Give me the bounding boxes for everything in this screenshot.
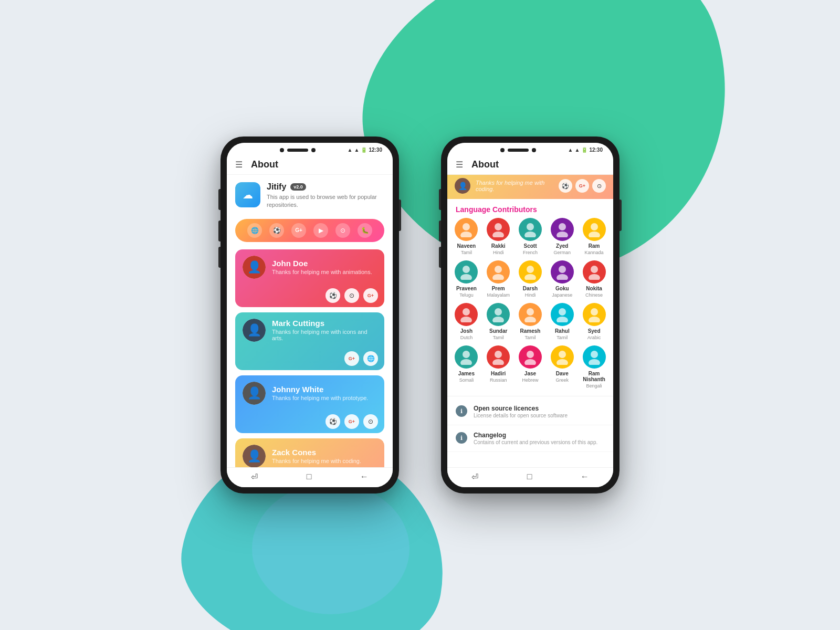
- play-icon[interactable]: ▶: [313, 223, 328, 238]
- lang-prem: Malayalam: [487, 292, 510, 298]
- avatar-john-img: 👤: [243, 256, 266, 279]
- nav-back-btn[interactable]: ⏎: [251, 472, 258, 482]
- github-btn-john[interactable]: ⊙: [344, 288, 359, 303]
- app-bar-right: ☰ About: [447, 155, 613, 175]
- nav-back-btn-r[interactable]: ⏎: [471, 472, 478, 482]
- version-badge: v2.0: [290, 183, 306, 191]
- avatar-james: [455, 345, 478, 369]
- contributor-ramesh[interactable]: Ramesh Tamil: [517, 303, 544, 340]
- lang-ram-nishanth: Bengali: [586, 383, 602, 388]
- signal-icon-r: ▲: [575, 147, 580, 153]
- contributors-grid-row2: Praveen Telugu Prem Malayalam: [447, 260, 613, 303]
- contributor-james[interactable]: James Somali: [453, 345, 480, 388]
- avatar-dave: [551, 345, 574, 369]
- name-hadiri: Hadiri: [491, 371, 506, 376]
- nav-home-btn-r[interactable]: □: [527, 472, 532, 482]
- dribbble-btn-johnny[interactable]: ⚽: [326, 414, 340, 429]
- hamburger-icon[interactable]: ☰: [235, 160, 243, 170]
- dribbble-btn-john[interactable]: ⚽: [326, 288, 340, 303]
- card-actions-mark: G+ 🌐: [235, 348, 384, 370]
- name-rahul: Rahul: [555, 328, 570, 334]
- github-btn-johnny[interactable]: ⊙: [363, 414, 378, 429]
- nav-menu-btn[interactable]: ←: [360, 472, 369, 482]
- nav-menu-btn-r[interactable]: ←: [581, 472, 589, 482]
- contributor-zyed[interactable]: Zyed German: [548, 218, 576, 255]
- svg-point-27: [556, 317, 568, 322]
- app-name: Jitify: [267, 182, 286, 192]
- wifi-icon-r: ▲: [568, 147, 573, 153]
- web-btn-mark[interactable]: 🌐: [363, 351, 378, 366]
- contributor-ram-nishanth[interactable]: Ram Nishanth Bengali: [580, 345, 608, 388]
- contributor-syed[interactable]: Syed Arabic: [580, 303, 608, 340]
- contributor-rahul[interactable]: Rahul Tamil: [548, 303, 576, 340]
- contributor-prem[interactable]: Prem Malayalam: [485, 260, 512, 298]
- info-text-licence: Open source licences License details for…: [474, 405, 568, 418]
- contributor-rakki[interactable]: Rakki Hindi: [485, 218, 512, 255]
- card-desc-johnny: Thanks for helping me with prototype.: [272, 395, 368, 401]
- card-main-zack: 👤 Zack Cones Thanks for helping me with …: [235, 438, 384, 467]
- info-row-licence[interactable]: ℹ Open source licences License details f…: [447, 398, 613, 425]
- name-ram-nishanth: Ram Nishanth: [580, 371, 608, 382]
- svg-point-31: [460, 359, 472, 365]
- contributor-naveen[interactable]: Naveen Tamil: [453, 218, 480, 255]
- lang-nokita: Chinese: [585, 292, 603, 298]
- card-desc-mark: Thanks for helping me with icons and art…: [272, 329, 377, 341]
- info-icon-licence: ℹ: [456, 405, 467, 417]
- partial-gplus-icon[interactable]: G+: [575, 179, 589, 193]
- svg-point-14: [527, 266, 534, 273]
- lang-rahul: Tamil: [556, 335, 568, 340]
- svg-point-36: [559, 351, 566, 358]
- svg-point-38: [591, 351, 598, 358]
- card-text-john: John Doe Thanks for helping me with anim…: [272, 259, 372, 275]
- front-camera: [280, 148, 284, 152]
- hamburger-icon-r[interactable]: ☰: [456, 160, 463, 170]
- partial-dribbble-icon[interactable]: ⚽: [559, 179, 572, 193]
- contributor-dave[interactable]: Dave Greek: [548, 345, 576, 388]
- app-bar-title-right: About: [471, 159, 499, 170]
- googleplus-icon[interactable]: G+: [291, 223, 306, 238]
- contributors-grid-row4: James Somali Hadiri Russian: [447, 345, 613, 394]
- contributor-nokita[interactable]: Nokita Chinese: [580, 260, 608, 298]
- info-icon-changelog: ℹ: [456, 432, 467, 444]
- front-camera-r: [500, 148, 505, 152]
- phone-left-status-bar: ▲ ▲ 🔋 12:30: [227, 143, 393, 155]
- avatar-johnny: 👤: [243, 382, 266, 405]
- svg-point-19: [589, 274, 600, 280]
- avatar-ram: [583, 218, 606, 241]
- svg-point-25: [524, 317, 536, 322]
- partial-github-icon[interactable]: ⊙: [592, 179, 606, 193]
- time-display-r: 12:30: [589, 147, 603, 153]
- contributor-sundar[interactable]: Sundar Tamil: [485, 303, 512, 340]
- screen-content-right: Language Contributors Naveen Tamil: [447, 199, 613, 467]
- avatar-ramesh: [519, 303, 542, 326]
- contributor-josh[interactable]: Josh Dutch: [453, 303, 480, 340]
- contributor-hadiri[interactable]: Hadiri Russian: [485, 345, 512, 388]
- card-main-mark: 👤 Mark Cuttings Thanks for helping me wi…: [235, 312, 384, 348]
- avatar-jase: [519, 345, 542, 369]
- dribbble-icon[interactable]: ⚽: [269, 223, 284, 238]
- avatar-mark-img: 👤: [243, 319, 266, 342]
- contributor-jase[interactable]: Jase Hebrew: [517, 345, 544, 388]
- contributor-scott[interactable]: Scott French: [517, 218, 544, 255]
- lang-syed: Arabic: [587, 335, 601, 340]
- contributor-ram[interactable]: Ram Kannada: [580, 218, 608, 255]
- github-icon[interactable]: ⊙: [335, 223, 350, 238]
- contributor-darsh[interactable]: Darsh Hindi: [517, 260, 544, 298]
- contributor-praveen[interactable]: Praveen Telugu: [453, 260, 480, 298]
- name-ramesh: Ramesh: [520, 328, 541, 334]
- svg-point-30: [463, 351, 470, 358]
- contributor-goku[interactable]: Goku Japanese: [548, 260, 576, 298]
- nav-home-btn[interactable]: □: [307, 472, 312, 482]
- gplus-btn-johnny[interactable]: G+: [344, 414, 359, 429]
- info-row-changelog[interactable]: ℹ Changelog Contains of current and prev…: [447, 425, 613, 452]
- card-text-zack: Zack Cones Thanks for helping me with co…: [272, 448, 361, 464]
- web-icon[interactable]: 🌐: [247, 223, 262, 238]
- name-sundar: Sundar: [489, 328, 507, 334]
- name-james: James: [458, 371, 475, 376]
- gplus-btn-john[interactable]: G+: [363, 288, 378, 303]
- contributors-grid-row1: Naveen Tamil Rakki Hindi S: [447, 218, 613, 260]
- language-contributors-title: Language Contributors: [447, 199, 613, 218]
- gplus-btn-mark[interactable]: G+: [344, 351, 359, 366]
- bug-icon[interactable]: 🐛: [358, 223, 372, 238]
- name-naveen: Naveen: [457, 243, 476, 249]
